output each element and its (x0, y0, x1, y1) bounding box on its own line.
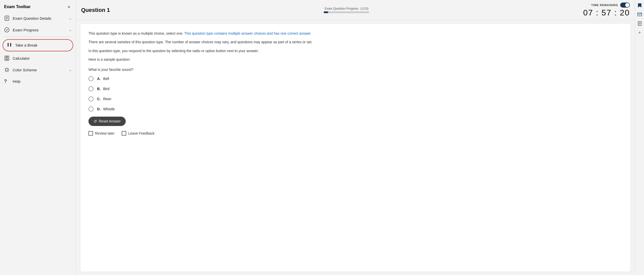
exam-progress-icon (4, 27, 10, 33)
svg-point-4 (5, 28, 9, 32)
question-text: What is your favorite sound? (88, 68, 622, 72)
svg-rect-13 (7, 59, 7, 60)
description-text-1: This question type is known as a multipl… (88, 31, 184, 35)
question-title: Question 1 (81, 7, 110, 13)
progress-bar-fill (324, 11, 328, 13)
review-later-checkbox[interactable]: Review later (88, 131, 115, 136)
sidebar-item-calculator[interactable]: Calculator (0, 52, 76, 64)
svg-rect-8 (6, 57, 8, 57)
answer-letter-b: B. (97, 87, 101, 91)
exam-question-details-icon (4, 15, 10, 21)
sidebar: Exam Toolbar « Exam Question Details ⌄ E… (0, 0, 76, 275)
sample-label: Here is a sample question: (88, 57, 622, 62)
sidebar-item-label: Take a Break (15, 43, 38, 47)
answer-label-a: A. Bell (97, 77, 109, 81)
answer-letter-d: D. (97, 107, 101, 111)
sidebar-item-color-scheme[interactable]: Color Scheme ⌄ (0, 64, 76, 76)
reset-answer-button[interactable]: ↺ Reset Answer (88, 117, 126, 126)
description-line-3: In this question type, you respond to th… (88, 48, 622, 54)
timer-section: TIME REMAINING 07 : 57 : 20 (583, 3, 630, 17)
answer-text-b: Bird (103, 87, 109, 91)
svg-rect-11 (8, 58, 8, 59)
top-bar: Question 1 Exam Question Progress (1/10)… (76, 0, 635, 20)
timer-label: TIME REMAINING (591, 4, 618, 7)
toggle-knob (625, 3, 629, 7)
progress-section: Exam Question Progress (1/10) (324, 7, 369, 13)
review-later-checkbox-box[interactable] (88, 131, 93, 136)
sidebar-item-label: Calculator (13, 56, 72, 60)
reset-icon: ↺ (94, 119, 97, 124)
sidebar-collapse-button[interactable]: « (66, 4, 72, 10)
right-sidebar: + (635, 0, 644, 275)
radio-button-a[interactable] (88, 76, 94, 81)
svg-rect-6 (10, 43, 11, 47)
description-highlight-1: This question type contains multiple ans… (184, 31, 311, 35)
radio-button-b[interactable] (88, 86, 94, 91)
answer-option-c[interactable]: C. River (88, 96, 622, 101)
sidebar-item-label: Exam Question Details (13, 16, 66, 20)
sidebar-item-exam-progress[interactable]: Exam Progress ⌄ (0, 24, 76, 36)
question-content-area: This question type is known as a multipl… (80, 23, 631, 272)
bookmark-icon[interactable] (636, 2, 643, 9)
chevron-down-icon: ⌄ (69, 16, 72, 20)
answer-letter-a: A. (97, 77, 101, 81)
review-later-label: Review later (95, 131, 115, 135)
answer-option-b[interactable]: B. Bird (88, 86, 622, 91)
sidebar-divider (4, 37, 72, 37)
document-icon[interactable] (636, 20, 643, 27)
answer-option-a[interactable]: A. Bell (88, 76, 622, 81)
leave-feedback-label: Leave Feedback (128, 131, 155, 135)
progress-fraction: (1/10) (360, 7, 368, 10)
take-a-break-icon (7, 42, 12, 48)
sidebar-title: Exam Toolbar (4, 5, 31, 9)
answer-letter-c: C. (97, 97, 101, 101)
answer-text-d: Whistle (103, 107, 115, 111)
description-line-2: There are several varieties of this ques… (88, 39, 622, 45)
progress-label-text: Exam Question Progress (325, 7, 358, 10)
description-line-1: This question type is known as a multipl… (88, 31, 622, 36)
svg-rect-10 (7, 58, 7, 59)
answer-option-d[interactable]: D. Whistle (88, 107, 622, 112)
chevron-down-icon: ⌄ (69, 28, 72, 32)
color-scheme-icon (4, 67, 10, 73)
sidebar-item-help[interactable]: ? Help (0, 76, 76, 87)
answer-text-c: River (103, 97, 112, 101)
footer-options: Review later Leave Feedback (88, 131, 622, 136)
sidebar-item-take-a-break[interactable]: Take a Break (0, 38, 76, 52)
main-content: Question 1 Exam Question Progress (1/10)… (76, 0, 635, 275)
sidebar-item-exam-question-details[interactable]: Exam Question Details ⌄ (0, 12, 76, 24)
mail-icon[interactable] (636, 11, 643, 18)
svg-rect-12 (6, 59, 6, 60)
progress-bar-background (324, 11, 369, 13)
answer-text-a: Bell (103, 77, 109, 81)
leave-feedback-checkbox-box[interactable] (122, 131, 126, 136)
reset-button-label: Reset Answer (99, 119, 121, 123)
svg-line-22 (8, 68, 9, 69)
answer-label-c: C. River (97, 97, 112, 101)
sidebar-header: Exam Toolbar « (0, 0, 76, 12)
svg-rect-9 (6, 58, 6, 59)
add-icon[interactable]: + (636, 29, 643, 36)
svg-rect-5 (8, 43, 9, 47)
answer-label-d: D. Whistle (97, 107, 115, 111)
timer-value: 07 : 57 : 20 (583, 8, 630, 17)
radio-button-d[interactable] (88, 107, 94, 112)
calculator-icon (4, 55, 10, 61)
chevron-down-icon: ⌄ (69, 68, 72, 72)
svg-line-23 (5, 71, 6, 72)
radio-button-c[interactable] (88, 96, 94, 101)
svg-rect-14 (8, 59, 8, 60)
svg-point-15 (6, 69, 8, 71)
sidebar-item-label: Help (13, 79, 72, 83)
sidebar-item-label: Color Scheme (13, 68, 66, 72)
help-icon: ? (4, 79, 10, 84)
timer-toggle[interactable] (620, 3, 630, 8)
sidebar-item-label: Exam Progress (13, 28, 66, 32)
svg-line-21 (8, 71, 9, 72)
leave-feedback-checkbox[interactable]: Leave Feedback (122, 131, 155, 136)
svg-line-20 (5, 68, 6, 69)
answer-label-b: B. Bird (97, 87, 109, 91)
